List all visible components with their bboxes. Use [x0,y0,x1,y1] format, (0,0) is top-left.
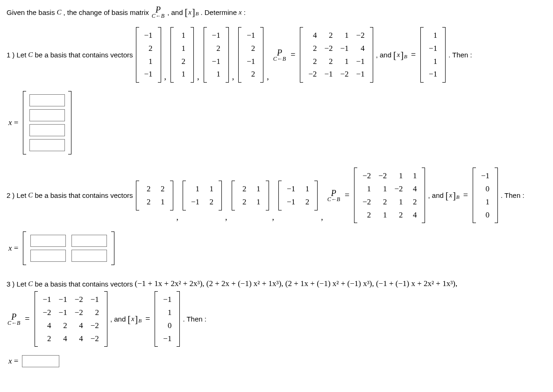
p2-pcb: P C←B [327,189,340,202]
p2-x-22[interactable] [71,250,107,262]
p1-answer-vector [23,91,71,154]
intro-t4: . Determine [200,7,237,17]
p2-P: −2−21111−24−22122124 [354,168,425,223]
pcb-symbol: P C←B [152,6,164,19]
p3-xB: −110−1 [155,291,180,347]
p2-xb: [ x ] B [446,189,460,202]
p1-x-4[interactable] [29,139,65,151]
p1-let-post: be a basis that contains vectors [35,50,133,60]
p2-answer: x = [8,231,546,265]
intro-C: C [57,7,61,17]
p2-num: 2 [7,190,10,200]
p1-x-3[interactable] [29,124,65,136]
p2-answer-matrix [23,231,114,265]
p3-pcb: P C←B [7,313,20,326]
p3-vectors: (−1 + 1x + 2x² + 2x³), (2 + 2x + (−1) x²… [135,278,458,289]
p1-x-2[interactable] [29,109,65,121]
intro-t2: , the change of basis matrix [63,7,149,17]
problem-1: 1 ) Let C be a basis that contains vecto… [7,27,546,154]
p2-v2: 11−12 [183,181,222,210]
p1-P: 421−22−2−14221−1−2−1−2−1 [300,27,373,83]
p3-xb: [ x ] B [128,313,142,326]
p1-xb: [ x ] B [393,49,407,62]
intro: Given the basis C , the change of basis … [7,6,546,19]
p1-num: 1 [7,50,10,60]
p2-x-12[interactable] [71,235,107,247]
p3-x-input[interactable] [22,355,59,367]
p1-v3: −12−11 [204,27,229,83]
intro-t5: : [244,7,246,17]
intro-t1: Given the basis [7,7,55,17]
p1-v2: 1121 [170,27,194,83]
p3-num: 3 [7,279,10,289]
p2-v4: −11−12 [278,181,318,210]
p3-P: −1−1−2−1−2−1−22424−2244−2 [35,291,107,347]
p1-v1: −121−1 [136,27,161,83]
p1-xB: 1−11−1 [420,27,446,83]
p2-x-21[interactable] [30,250,66,262]
p1-C: C [28,50,33,60]
p2-v3: 2121 [232,181,269,210]
problem-2: 2 ) Let C be a basis that contains vecto… [7,168,546,265]
xb-symbol: [ x ] B [185,6,199,19]
p2-x-11[interactable] [30,235,66,247]
p3-answer: x = [8,355,546,367]
intro-t3: , and [167,7,183,17]
problem-3: 3 ) Let C be a basis that contains vecto… [7,278,546,367]
intro-x: x [239,7,242,17]
p1-x-1[interactable] [29,94,65,106]
p2-v1: 2221 [136,181,173,210]
p1-pcb: P C←B [273,49,286,62]
p1-answer: x = [8,91,546,154]
p1-v4: −12−12 [238,27,263,83]
p1-let-pre: ) Let [12,50,26,60]
p2-xB: −1010 [473,168,498,223]
